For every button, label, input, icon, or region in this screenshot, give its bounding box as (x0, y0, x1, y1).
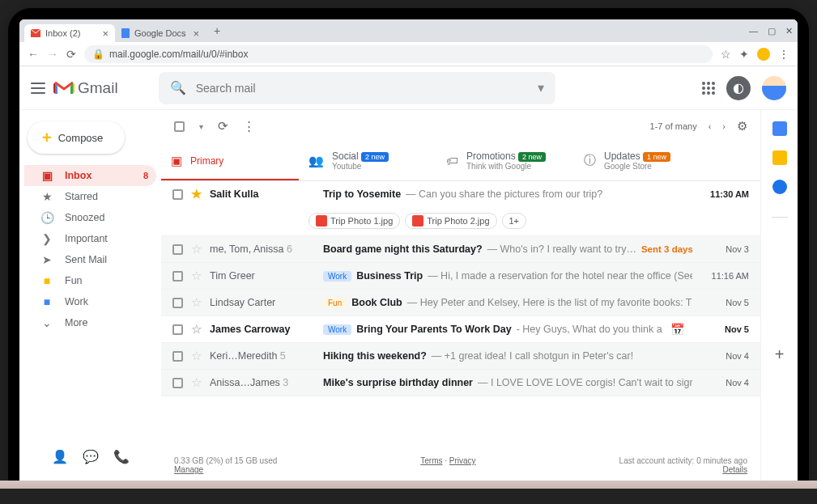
subject-line: Work Business Trip — Hi, I made a reserv… (323, 270, 692, 282)
tab-social[interactable]: 👥 Social 2 new Youtube (299, 142, 436, 180)
mail-row[interactable]: ☆ Tim Greer Work Business Trip — Hi, I m… (161, 263, 760, 290)
side-panel: + (760, 110, 798, 481)
attachment-more[interactable]: 1+ (502, 213, 527, 229)
mail-row[interactable]: ☆ me, Tom, Anissa 6 Board game night thi… (161, 236, 760, 263)
tab-promotions[interactable]: 🏷 Promotions 2 new Think with Google (436, 142, 574, 180)
activity-text: Last account activity: 0 minutes ago (619, 456, 747, 465)
subject-line: Fun Book Club — Hey Peter and Kelsey, He… (323, 297, 692, 308)
star-icon[interactable]: ★ (191, 187, 202, 201)
sidebar: + Compose ▣ Inbox 8 ★Starred 🕒Snoozed ❯I… (19, 110, 161, 481)
phone-icon[interactable]: 📞 (113, 449, 130, 464)
select-all-checkbox[interactable] (174, 121, 185, 132)
menu-icon[interactable] (31, 83, 45, 94)
tab-label: Promotions (466, 150, 516, 162)
main-panel: ▾ ⟳ ⋮ 1-7 of many ‹ › ⚙ ▣ Primary 👥 (161, 110, 760, 481)
star-icon[interactable]: ☆ (191, 242, 202, 256)
hangouts-icon[interactable]: 💬 (83, 449, 99, 464)
row-checkbox[interactable] (172, 298, 183, 308)
subject: Business Trip (356, 270, 423, 282)
reload-icon[interactable]: ⟳ (66, 48, 76, 61)
sender: Keri…Meredith 5 (210, 350, 315, 362)
sidebar-item-work[interactable]: ■Work (24, 291, 156, 312)
sidebar-item-starred[interactable]: ★Starred (24, 186, 156, 207)
star-icon[interactable]: ☆ (191, 322, 202, 337)
row-checkbox[interactable] (172, 189, 183, 200)
star-icon[interactable]: ☆ (191, 349, 202, 363)
sidebar-item-sent[interactable]: ➤Sent Mail (24, 249, 156, 270)
sidebar-item-important[interactable]: ❯Important (24, 228, 156, 249)
row-checkbox[interactable] (172, 378, 183, 388)
row-checkbox[interactable] (172, 271, 183, 282)
gmail-logo[interactable]: Gmail (53, 79, 118, 97)
tasks-addon-icon[interactable] (772, 180, 787, 194)
compose-button[interactable]: + Compose (28, 121, 125, 154)
notifications-icon[interactable]: ◐ (726, 76, 751, 100)
apps-icon[interactable] (702, 82, 715, 95)
label-icon: ■ (40, 295, 53, 308)
star-icon[interactable]: ☆ (191, 269, 202, 283)
inbox-icon: ▣ (40, 169, 53, 182)
tab-primary[interactable]: ▣ Primary (161, 142, 299, 180)
sidebar-item-inbox[interactable]: ▣ Inbox 8 (24, 165, 156, 186)
sidebar-item-fun[interactable]: ■Fun (24, 270, 156, 291)
mail-row[interactable]: ☆ Keri…Meredith 5 Hiking this weekend? —… (161, 343, 760, 370)
extensions-icon[interactable]: ✦ (739, 48, 749, 61)
category-label: Work (323, 324, 351, 335)
sidebar-item-snoozed[interactable]: 🕒Snoozed (24, 207, 156, 228)
attachment-chip[interactable]: Trip Photo 1.jpg (309, 213, 400, 229)
attachment-chip[interactable]: Trip Photo 2.jpg (405, 213, 496, 229)
search-box[interactable]: 🔍 ▾ (159, 72, 555, 104)
new-tab-button[interactable]: + (214, 24, 220, 37)
refresh-icon[interactable]: ⟳ (218, 119, 228, 133)
calendar-icon[interactable]: 📅 (670, 323, 684, 336)
close-icon[interactable]: × (193, 28, 199, 40)
mail-row[interactable]: ★ Salit Kulla Trip to Yosemite — Can you… (161, 181, 760, 236)
row-checkbox[interactable] (172, 244, 183, 255)
subject: Book Club (351, 297, 402, 308)
search-options-icon[interactable]: ▾ (538, 80, 544, 95)
star-icon[interactable]: ☆ (191, 375, 202, 390)
url-input[interactable]: 🔒 mail.google.com/mail/u/0/#inbox (84, 45, 713, 63)
window-maximize[interactable]: ▢ (768, 26, 776, 36)
window-minimize[interactable]: — (749, 26, 758, 36)
privacy-link[interactable]: Privacy (449, 456, 476, 465)
followup-nudge[interactable]: Sent 3 days ago. Follow up? (641, 244, 692, 254)
more-actions-icon[interactable]: ⋮ (243, 119, 255, 133)
mail-row[interactable]: ☆ Anissa…James 3 Mike's surprise birthda… (161, 370, 760, 396)
profile-avatar[interactable] (757, 48, 770, 61)
row-checkbox[interactable] (172, 324, 183, 335)
prev-page-icon[interactable]: ‹ (708, 121, 712, 131)
compose-label: Compose (58, 132, 104, 144)
browser-tab-inbox[interactable]: Inbox (2) × (24, 24, 115, 42)
subject: Bring Your Parents To Work Day (356, 324, 511, 335)
snippet: — Hi, I made a reservation for the hotel… (428, 270, 692, 282)
search-input[interactable] (196, 82, 528, 95)
calendar-addon-icon[interactable] (772, 121, 787, 136)
next-page-icon[interactable]: › (722, 121, 726, 131)
browser-menu-icon[interactable]: ⋮ (778, 48, 789, 61)
forward-icon[interactable]: → (47, 48, 58, 61)
sidebar-item-label: Inbox (65, 170, 91, 181)
window-close[interactable]: ✕ (785, 26, 793, 36)
back-icon[interactable]: ← (28, 48, 39, 61)
sidebar-item-label: Important (65, 233, 108, 244)
keep-addon-icon[interactable] (772, 150, 787, 165)
manage-link[interactable]: Manage (174, 465, 203, 474)
settings-icon[interactable]: ⚙ (737, 119, 747, 133)
browser-tab-docs[interactable]: Google Docs × (115, 24, 206, 42)
tab-updates[interactable]: ⓘ Updates 1 new Google Store (574, 142, 712, 180)
details-link[interactable]: Details (722, 465, 747, 474)
subject: Board game night this Saturday? (323, 244, 483, 255)
row-checkbox[interactable] (172, 351, 183, 362)
contacts-icon[interactable]: 👤 (52, 449, 68, 464)
select-dropdown-icon[interactable]: ▾ (199, 122, 203, 131)
close-icon[interactable]: × (102, 28, 109, 40)
mail-row[interactable]: ☆ Lindsay Carter Fun Book Club — Hey Pet… (161, 290, 760, 316)
mail-row[interactable]: ☆ James Carroway Work Bring Your Parents… (161, 316, 760, 343)
terms-link[interactable]: Terms (420, 456, 442, 465)
add-addon-icon[interactable]: + (775, 345, 785, 364)
sidebar-item-more[interactable]: ⌄More (24, 312, 156, 333)
account-avatar[interactable] (762, 76, 786, 100)
star-icon[interactable]: ☆ (191, 295, 202, 310)
star-icon[interactable]: ☆ (721, 48, 731, 61)
